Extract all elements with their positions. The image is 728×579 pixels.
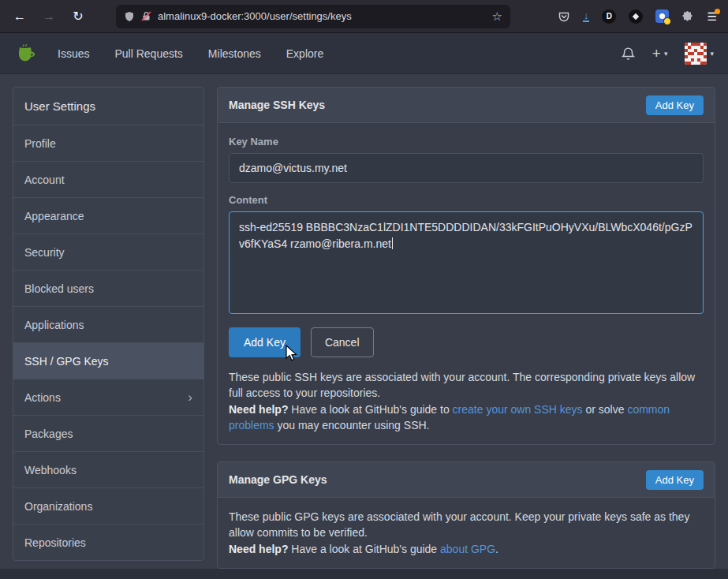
sidebar-item[interactable]: Webhooks (13, 451, 203, 487)
sidebar-item-label: SSH / GPG Keys (24, 355, 109, 368)
sidebar-item-label: Blocked users (24, 282, 94, 295)
sidebar-item-label: Security (24, 246, 65, 259)
chevron-right-icon (188, 390, 192, 404)
gpg-card-body: These public GPG keys are associated wit… (218, 498, 715, 568)
gpg-add-key-toggle-button[interactable]: Add Key (646, 470, 704, 490)
bookmark-star-icon[interactable]: ☆ (492, 9, 502, 24)
update-badge (715, 9, 720, 14)
nav-link[interactable]: Pull Requests (114, 47, 182, 60)
url-text: almalinux9-docker:3000/user/settings/key… (158, 10, 486, 22)
sidebar-item-label: Account (24, 174, 65, 186)
url-bar[interactable]: almalinux9-docker:3000/user/settings/key… (116, 5, 510, 28)
forward-button[interactable]: → (37, 6, 61, 28)
notifications-bell-icon[interactable] (622, 47, 635, 61)
browser-toolbar: ← → ↻ almalinux9-docker:3000/user/settin… (0, 0, 728, 33)
ssh-keys-card: Manage SSH Keys Add Key Key Name Content… (217, 87, 715, 445)
sidebar-item-label: Appearance (24, 210, 84, 222)
sidebar-item-label: Webhooks (24, 464, 77, 476)
ssh-card-body: Key Name Content ssh-ed25519 BBBBC3NzaC1… (218, 123, 715, 444)
ssh-add-key-toggle-button[interactable]: Add Key (646, 95, 704, 115)
downloads-icon[interactable]: ↓ (583, 11, 590, 22)
key-name-input[interactable] (229, 153, 704, 183)
toolbar-right-icons: ↓ D ☰ (558, 9, 720, 24)
chevron-down-icon: ▾ (664, 50, 668, 58)
sidebar-item[interactable]: Applications (13, 306, 203, 342)
nav-link[interactable]: Milestones (208, 47, 261, 60)
sidebar-item[interactable]: Blocked users (13, 270, 203, 306)
reload-button[interactable]: ↻ (66, 6, 90, 28)
extension-d-icon[interactable]: D (602, 9, 616, 24)
main-content: Manage SSH Keys Add Key Key Name Content… (217, 87, 715, 569)
sidebar-item-label: Applications (24, 319, 84, 331)
extensions-puzzle-icon[interactable] (681, 10, 694, 23)
about-gpg-link[interactable]: about GPG (440, 543, 495, 555)
nav-link[interactable]: Explore (286, 47, 323, 60)
sidebar-item-label: Actions (24, 391, 61, 404)
sidebar-item[interactable]: Organizations (13, 487, 203, 524)
sidebar-menu: Profile Account Appearance Security (13, 125, 203, 560)
add-key-submit-button[interactable]: Add Key (229, 327, 301, 357)
sidebar-item-label: Repositories (24, 536, 86, 549)
sidebar-item[interactable]: Appearance (13, 197, 203, 233)
sidebar-item-label: Profile (24, 137, 56, 150)
ssh-content-text: ssh-ed25519 BBBBC3NzaC1lZDI1NTE5DDDDIDAN… (239, 221, 693, 250)
gitea-logo[interactable] (14, 43, 35, 64)
user-menu[interactable]: ▾ (685, 43, 714, 65)
cancel-button[interactable]: Cancel (311, 327, 374, 357)
sidebar-item-label: Organizations (24, 500, 92, 513)
sidebar-item[interactable]: SSH / GPG Keys (13, 342, 203, 379)
app-navbar: IssuesPull RequestsMilestonesExplore +▾ (0, 33, 728, 74)
settings-page: User Settings Profile Account Appearance (0, 74, 728, 579)
ssh-content-textarea[interactable]: ssh-ed25519 BBBBC3NzaC1lZDI1NTE5DDDDIDAN… (229, 211, 704, 314)
page-footer (0, 569, 728, 579)
sidebar-item[interactable]: Security (13, 233, 203, 270)
tracking-shield-icon[interactable] (124, 11, 135, 22)
pocket-icon[interactable] (558, 10, 570, 23)
sidebar-item[interactable]: Repositories (13, 524, 203, 560)
sidebar-item[interactable]: Actions (13, 379, 203, 415)
key-name-label: Key Name (229, 136, 704, 148)
sidebar-item-label: Packages (24, 428, 73, 440)
avatar (685, 43, 707, 65)
create-new-button[interactable]: +▾ (652, 46, 668, 61)
navbar-right: +▾ ▾ (622, 43, 714, 65)
create-ssh-keys-link[interactable]: create your own SSH keys (453, 403, 583, 416)
back-button[interactable]: ← (8, 6, 32, 28)
menu-icon[interactable]: ☰ (707, 10, 717, 23)
sidebar-item[interactable]: Packages (13, 415, 203, 451)
settings-sidebar: User Settings Profile Account Appearance (13, 87, 204, 561)
extension-password-icon[interactable] (655, 9, 669, 23)
gpg-keys-card: Manage GPG Keys Add Key These public GPG… (217, 461, 715, 569)
gpg-help-text: These public GPG keys are associated wit… (229, 509, 704, 557)
content-label: Content (229, 194, 704, 206)
ssh-help-text: These public SSH keys are associated wit… (229, 369, 704, 433)
gpg-card-title: Manage GPG Keys (229, 473, 327, 486)
sidebar-item[interactable]: Profile (13, 125, 203, 161)
nav-links: IssuesPull RequestsMilestonesExplore (58, 47, 323, 60)
gpg-card-header: Manage GPG Keys Add Key (218, 462, 715, 498)
nav-link[interactable]: Issues (58, 47, 89, 60)
text-caret (392, 237, 394, 249)
sidebar-title: User Settings (13, 88, 203, 125)
insecure-lock-icon[interactable] (141, 11, 151, 21)
ssh-card-title: Manage SSH Keys (229, 99, 325, 111)
chevron-down-icon: ▾ (710, 50, 714, 58)
ssh-card-header: Manage SSH Keys Add Key (218, 88, 715, 123)
sidebar-item[interactable]: Account (13, 161, 203, 197)
extension-shapes-icon[interactable] (629, 9, 643, 24)
form-actions: Add Key Cancel (229, 327, 704, 357)
plus-icon: + (652, 46, 661, 61)
